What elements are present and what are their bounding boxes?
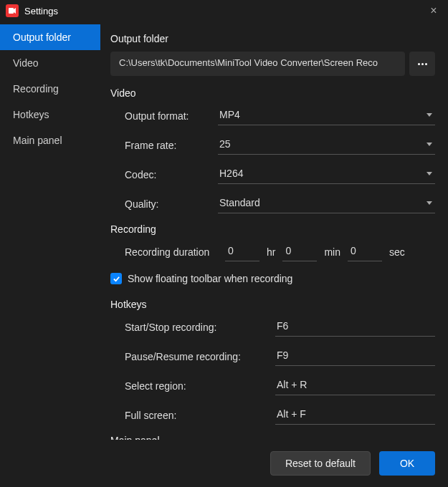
codec-select[interactable]: H264 (218, 165, 435, 184)
min-unit: min (324, 246, 340, 258)
quality-value: Standard (219, 197, 260, 208)
show-toolbar-label: Show floating toolbar when recording (128, 273, 292, 284)
titlebar: Settings × (0, 0, 448, 21)
startstop-input[interactable] (275, 317, 435, 337)
sec-unit: sec (389, 246, 405, 258)
sidebar-item-recording[interactable]: Recording (0, 76, 100, 102)
codec-label: Codec: (125, 169, 218, 180)
main-panel-heading: Main panel (110, 435, 435, 440)
chevron-down-icon (426, 172, 432, 175)
browse-button[interactable] (409, 52, 435, 76)
sidebar-item-hotkeys[interactable]: Hotkeys (0, 102, 100, 127)
quality-select[interactable]: Standard (218, 194, 435, 213)
sidebar-item-output-folder[interactable]: Output folder (0, 24, 100, 50)
sidebar-item-label: Output folder (13, 32, 71, 43)
close-icon: × (430, 4, 437, 17)
close-button[interactable]: × (425, 2, 442, 19)
sidebar-item-label: Video (13, 57, 39, 69)
show-toolbar-checkbox-row[interactable]: Show floating toolbar when recording (110, 273, 435, 284)
codec-value: H264 (219, 168, 243, 179)
fullscreen-input[interactable] (275, 405, 435, 425)
recording-heading: Recording (110, 223, 435, 235)
reset-button[interactable]: Reset to default (270, 451, 371, 476)
duration-label: Recording duration (125, 246, 218, 258)
reset-label: Reset to default (285, 458, 356, 469)
fullscreen-row: Full screen: (110, 405, 435, 425)
content-wrap: Output folder C:\Users\tk\Documents\Mini… (100, 21, 448, 487)
video-heading: Video (110, 87, 435, 99)
dialog-footer: Reset to default OK (100, 440, 448, 487)
duration-hr-input[interactable] (225, 242, 259, 261)
sidebar-item-label: Recording (13, 83, 59, 95)
ok-button[interactable]: OK (379, 451, 435, 476)
sidebar-item-video[interactable]: Video (0, 50, 100, 76)
region-input[interactable] (275, 376, 435, 395)
output-folder-heading: Output folder (110, 33, 435, 44)
output-folder-input[interactable]: C:\Users\tk\Documents\MiniTool Video Con… (110, 52, 405, 76)
fullscreen-label: Full screen: (125, 410, 275, 421)
sidebar-item-label: Hotkeys (13, 109, 49, 120)
framerate-select[interactable]: 25 (218, 135, 435, 155)
region-label: Select region: (125, 380, 275, 392)
sidebar: Output folder Video Recording Hotkeys Ma… (0, 21, 100, 487)
output-folder-row: C:\Users\tk\Documents\MiniTool Video Con… (110, 52, 435, 76)
startstop-label: Start/Stop recording: (125, 322, 275, 333)
ok-label: OK (400, 458, 414, 469)
ellipsis-icon (418, 63, 427, 65)
sidebar-item-label: Main panel (13, 135, 62, 146)
chevron-down-icon (426, 201, 432, 205)
format-label: Output format: (125, 110, 218, 122)
sidebar-item-main-panel[interactable]: Main panel (0, 127, 100, 153)
settings-window: Settings × Output folder Video Recording… (0, 0, 448, 487)
format-value: MP4 (219, 109, 240, 120)
pause-input[interactable] (275, 347, 435, 366)
framerate-row: Frame rate: 25 (110, 135, 435, 155)
svg-rect-0 (9, 8, 14, 14)
hotkeys-heading: Hotkeys (110, 299, 435, 310)
show-toolbar-checkbox[interactable] (110, 273, 122, 284)
framerate-label: Frame rate: (125, 140, 218, 151)
pause-row: Pause/Resume recording: (110, 347, 435, 366)
pause-label: Pause/Resume recording: (125, 351, 275, 362)
dialog-body: Output folder Video Recording Hotkeys Ma… (0, 21, 448, 487)
startstop-row: Start/Stop recording: (110, 317, 435, 337)
codec-row: Codec: H264 (110, 165, 435, 184)
duration-min-input[interactable] (282, 242, 317, 261)
format-select[interactable]: MP4 (218, 106, 435, 125)
window-title: Settings (24, 6, 425, 16)
chevron-down-icon (426, 143, 432, 146)
quality-row: Quality: Standard (110, 194, 435, 213)
checkmark-icon (113, 275, 120, 283)
framerate-value: 25 (219, 138, 231, 150)
hr-unit: hr (267, 246, 275, 258)
settings-content[interactable]: Output folder C:\Users\tk\Documents\Mini… (100, 21, 448, 440)
format-row: Output format: MP4 (110, 106, 435, 125)
region-row: Select region: (110, 376, 435, 395)
duration-row: Recording duration hr min sec (110, 242, 435, 261)
chevron-down-icon (426, 113, 432, 117)
duration-sec-input[interactable] (348, 242, 382, 261)
app-icon (6, 4, 19, 17)
quality-label: Quality: (125, 198, 218, 210)
